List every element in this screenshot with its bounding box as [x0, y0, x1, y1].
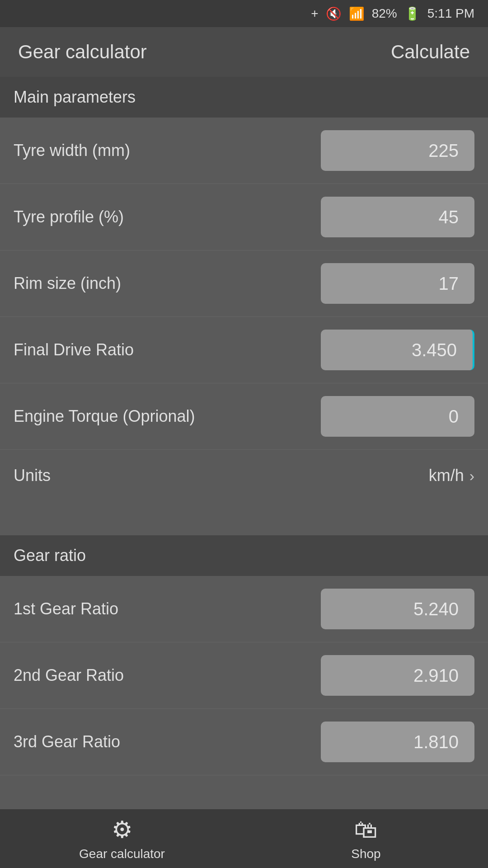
tyre-width-label: Tyre width (mm): [14, 141, 321, 160]
gear-2-row: 2nd Gear Ratio: [0, 642, 488, 709]
units-label: Units: [14, 466, 51, 485]
main-parameters-title: Main parameters: [14, 88, 136, 106]
app-bar: Gear calculator Calculate: [0, 27, 488, 77]
units-row[interactable]: Units km/h ›: [0, 450, 488, 501]
gear-ratio-header: Gear ratio: [0, 535, 488, 576]
tyre-width-input[interactable]: [321, 130, 474, 171]
gear-3-row: 3rd Gear Ratio: [0, 709, 488, 775]
shop-icon: 🛍: [354, 816, 378, 843]
gear-3-input[interactable]: [321, 722, 474, 762]
final-drive-ratio-input[interactable]: [321, 330, 474, 370]
gear-1-label: 1st Gear Ratio: [14, 599, 321, 618]
nav-shop[interactable]: 🛍 Shop: [244, 816, 488, 861]
status-bar: +︎ 🔇 📶 82% 🔋 5:11 PM: [0, 0, 488, 27]
main-scroll: Main parameters Tyre width (mm) Tyre pro…: [0, 77, 488, 809]
gear-2-label: 2nd Gear Ratio: [14, 666, 321, 685]
app-title: Gear calculator: [18, 41, 147, 63]
battery-icon: 🔋: [404, 6, 420, 21]
main-parameters-header: Main parameters: [0, 77, 488, 118]
time-text: 5:11 PM: [427, 6, 474, 21]
status-icons: +︎ 🔇 📶 82% 🔋 5:11 PM: [311, 6, 474, 21]
bottom-nav: ⚙ Gear calculator 🛍 Shop: [0, 809, 488, 868]
engine-torque-label: Engine Torque (Oprional): [14, 407, 321, 426]
tyre-profile-row: Tyre profile (%): [0, 184, 488, 250]
rim-size-input[interactable]: [321, 263, 474, 304]
gear-1-row: 1st Gear Ratio: [0, 576, 488, 642]
rim-size-label: Rim size (inch): [14, 274, 321, 293]
tyre-width-row: Tyre width (mm): [0, 118, 488, 184]
gear-ratio-title: Gear ratio: [14, 546, 86, 565]
final-drive-ratio-label: Final Drive Ratio: [14, 340, 321, 359]
engine-torque-input[interactable]: [321, 396, 474, 437]
units-value-text: km/h: [429, 466, 464, 485]
tyre-profile-label: Tyre profile (%): [14, 208, 321, 226]
bluetooth-icon: +︎: [311, 6, 318, 21]
mute-icon: 🔇: [326, 6, 342, 21]
main-parameters-content: Tyre width (mm) Tyre profile (%) Rim siz…: [0, 118, 488, 535]
engine-torque-row: Engine Torque (Oprional): [0, 383, 488, 450]
nav-shop-label: Shop: [351, 847, 380, 861]
calculate-button[interactable]: Calculate: [391, 41, 470, 63]
chevron-right-icon: ›: [469, 467, 474, 485]
wifi-icon: 📶: [349, 6, 365, 21]
units-selector[interactable]: km/h ›: [429, 466, 474, 485]
gear-2-input[interactable]: [321, 655, 474, 696]
battery-text: 82%: [372, 6, 397, 21]
gear-3-label: 3rd Gear Ratio: [14, 732, 321, 751]
final-drive-ratio-row: Final Drive Ratio: [0, 317, 488, 383]
gear-1-input[interactable]: [321, 589, 474, 629]
gear-calculator-icon: ⚙: [112, 816, 133, 843]
rim-size-row: Rim size (inch): [0, 250, 488, 317]
nav-gear-calculator-label: Gear calculator: [79, 847, 165, 861]
gear-ratio-content: 1st Gear Ratio 2nd Gear Ratio 3rd Gear R…: [0, 576, 488, 809]
tyre-profile-input[interactable]: [321, 197, 474, 237]
nav-gear-calculator[interactable]: ⚙ Gear calculator: [0, 816, 244, 861]
